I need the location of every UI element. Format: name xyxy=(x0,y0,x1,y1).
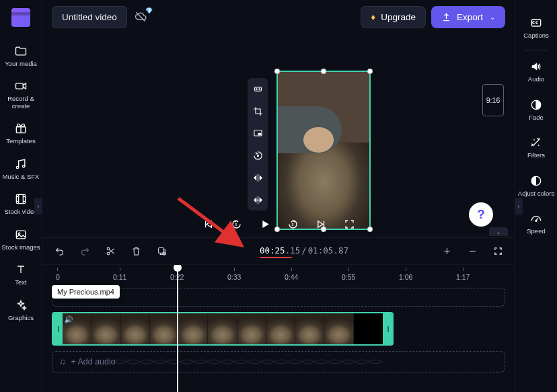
svg-rect-7 xyxy=(254,87,261,91)
nav-text[interactable]: Text xyxy=(0,258,42,292)
flip-vertical-button[interactable] xyxy=(250,193,265,206)
nav-captions[interactable]: Captions xyxy=(515,11,557,48)
clip-trim-left[interactable]: || xyxy=(53,313,63,344)
diamond-badge-icon: 💎 xyxy=(145,7,153,14)
redo-button[interactable] xyxy=(77,244,92,259)
transform-toolbar xyxy=(248,78,268,210)
svg-rect-5 xyxy=(16,231,25,239)
video-clip[interactable]: || 🔊 || xyxy=(52,312,394,346)
upgrade-button[interactable]: ♦ Upgrade xyxy=(361,6,426,28)
music-note-icon: ♫ xyxy=(59,357,65,366)
film-icon xyxy=(14,192,28,206)
play-button[interactable] xyxy=(256,216,272,232)
zoom-in-button[interactable] xyxy=(439,244,454,259)
nav-your-media[interactable]: Your media xyxy=(0,39,42,74)
flip-horizontal-button[interactable] xyxy=(250,171,265,184)
upload-icon xyxy=(441,12,451,22)
duplicate-button[interactable] xyxy=(154,244,169,259)
left-sidebar: Your media Record & create Templates Mus… xyxy=(0,0,42,392)
right-sidebar-collapse[interactable]: ‹ xyxy=(515,198,523,214)
annotation-underline xyxy=(260,257,292,258)
timeline-ruler[interactable]: 0 0:11 0:22 0:33 0:44 0:55 1:06 1:17 xyxy=(52,265,505,284)
nav-label: Templates xyxy=(6,138,35,145)
delete-button[interactable] xyxy=(128,244,143,259)
zoom-fit-button[interactable] xyxy=(490,244,505,259)
resize-handle-tl[interactable] xyxy=(274,69,280,74)
music-icon xyxy=(14,157,28,171)
svg-rect-11 xyxy=(258,132,261,135)
preview-area: 9:16 ? ⌄ 5 5 xyxy=(42,34,515,237)
upgrade-label: Upgrade xyxy=(381,12,416,22)
ruler-tick: 0:33 xyxy=(227,268,241,281)
nav-label: Record & create xyxy=(0,95,42,110)
camera-icon xyxy=(14,79,28,93)
nav-label: Graphics xyxy=(8,315,34,321)
undo-button[interactable] xyxy=(52,244,67,259)
svg-rect-0 xyxy=(16,83,24,89)
audio-waveform xyxy=(113,356,382,367)
time-total: 01:05 xyxy=(308,245,334,256)
nav-record-create[interactable]: Record & create xyxy=(0,74,42,116)
nav-label: Stock images xyxy=(1,244,40,251)
text-track[interactable] xyxy=(52,288,505,307)
nav-audio[interactable]: Audio xyxy=(515,54,557,92)
ruler-tick: 0 xyxy=(56,268,60,281)
next-frame-button[interactable] xyxy=(313,216,329,232)
right-sidebar: Captions Audio Fade Filters Adjust color… xyxy=(515,0,557,392)
audio-track[interactable]: ♫ + Add audio xyxy=(52,351,505,373)
nav-fade[interactable]: Fade xyxy=(515,93,557,130)
timecode-display: 00:25.15/01:05.87 xyxy=(260,245,348,257)
fit-button[interactable] xyxy=(250,82,265,95)
clip-audio-icon: 🔊 xyxy=(64,315,73,324)
nav-graphics[interactable]: Graphics xyxy=(0,293,42,328)
adjust-colors-icon xyxy=(529,174,543,188)
clip-thumbnails xyxy=(63,313,383,344)
timeline-toolbar: 00:25.15/01:05.87 xyxy=(42,237,515,264)
nav-templates[interactable]: Templates xyxy=(0,116,42,151)
aspect-ratio-button[interactable]: 9:16 xyxy=(482,84,504,116)
skip-back-5s-button[interactable]: 5 xyxy=(228,216,244,232)
time-current-frac: .15 xyxy=(285,245,301,256)
nav-stock-images[interactable]: Stock images xyxy=(0,223,42,258)
cloud-sync-off-icon[interactable]: 💎 xyxy=(133,9,149,25)
fade-icon xyxy=(529,98,543,112)
skip-fwd-5s-button[interactable]: 5 xyxy=(285,216,301,232)
resize-handle-tr[interactable] xyxy=(367,69,373,74)
nav-music-sfx[interactable]: Music & SFX xyxy=(0,152,42,187)
svg-point-15 xyxy=(107,247,110,250)
export-button[interactable]: Export ⌄ xyxy=(431,6,505,28)
resize-handle-top[interactable] xyxy=(321,69,326,74)
canvas-selection[interactable] xyxy=(276,71,371,230)
project-title-input[interactable]: Untitled video xyxy=(52,6,127,28)
rotate-button[interactable] xyxy=(250,149,265,162)
sparkle-icon xyxy=(14,299,28,312)
nav-label: Fade xyxy=(529,114,544,121)
time-total-frac: .87 xyxy=(333,245,348,256)
zoom-out-button[interactable] xyxy=(465,244,480,259)
preview-video-frame xyxy=(278,72,369,229)
svg-point-8 xyxy=(256,88,256,89)
svg-text:5: 5 xyxy=(235,222,237,226)
split-button[interactable] xyxy=(103,244,118,259)
clip-trim-right[interactable]: || xyxy=(383,313,392,344)
prev-frame-button[interactable] xyxy=(200,216,216,232)
fullscreen-button[interactable] xyxy=(341,216,357,232)
audio-icon xyxy=(529,60,543,73)
nav-label: Music & SFX xyxy=(3,173,40,180)
main-area: Untitled video 💎 ♦ Upgrade Export ⌄ xyxy=(42,0,515,392)
left-sidebar-collapse[interactable]: › xyxy=(34,198,42,214)
ruler-tick: 0:55 xyxy=(342,268,355,281)
crop-button[interactable] xyxy=(250,104,265,118)
svg-text:5: 5 xyxy=(291,222,293,226)
playhead[interactable] xyxy=(177,265,178,392)
ruler-tick: 1:06 xyxy=(399,268,412,281)
gift-icon xyxy=(14,122,28,135)
timeline[interactable]: 0 0:11 0:22 0:33 0:44 0:55 1:06 1:17 My … xyxy=(42,264,515,392)
video-track[interactable]: || 🔊 || xyxy=(52,312,505,346)
svg-point-3 xyxy=(23,165,25,167)
nav-label: Audio xyxy=(528,76,544,83)
app-logo[interactable] xyxy=(11,8,30,27)
nav-filters[interactable]: Filters xyxy=(515,130,557,168)
pip-button[interactable] xyxy=(250,126,265,140)
topbar: Untitled video 💎 ♦ Upgrade Export ⌄ xyxy=(42,0,515,34)
